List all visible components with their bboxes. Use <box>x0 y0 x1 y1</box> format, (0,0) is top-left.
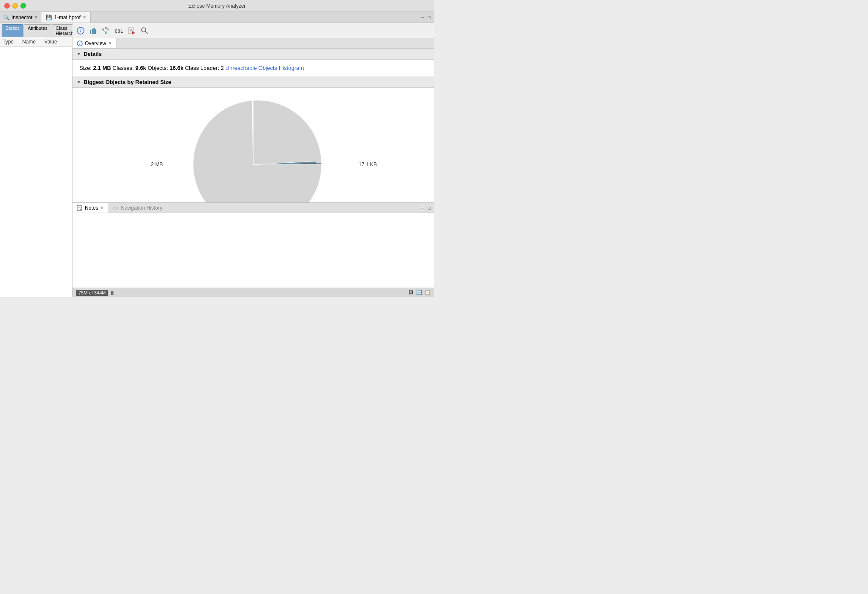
svg-text:i: i <box>79 41 81 46</box>
top-panel-controls: ─ □ <box>420 12 434 23</box>
inspector-body <box>0 47 72 297</box>
svg-rect-7 <box>105 27 107 29</box>
toolbar: i OQL <box>72 23 434 38</box>
details-section-label: Details <box>84 51 102 57</box>
bottom-tabs-row: Notes ✕ Navigation History ─ □ <box>72 203 434 213</box>
nav-history-tab[interactable]: Navigation History <box>108 203 167 213</box>
size-value: 2.1 MB <box>93 65 111 71</box>
minimize-btn[interactable]: ─ <box>420 14 425 20</box>
biggest-objects-header[interactable]: ▼ Biggest Objects by Retained Size <box>72 77 434 88</box>
oql-icon[interactable]: OQL <box>114 26 124 35</box>
classes-value: 9.6k <box>136 65 146 71</box>
col-type: Type <box>3 39 14 45</box>
left-panel: Statics Attributes Class Hierarchy ─ □ T… <box>0 23 72 297</box>
details-section-header[interactable]: ▼ Details <box>72 49 434 60</box>
status-memory: 75M of 344M <box>76 290 108 296</box>
bottom-minimize-btn[interactable]: ─ <box>420 205 425 211</box>
title-bar: Eclipse Memory Analyzer <box>0 0 434 12</box>
pie-label-right: 17.1 KB <box>359 161 377 167</box>
info-icon[interactable]: i <box>76 26 85 35</box>
find-icon[interactable] <box>140 26 149 35</box>
size-label: Size: <box>79 65 92 71</box>
unreachable-link[interactable]: Unreachable Objects Histogram <box>226 65 304 71</box>
garbage-icon[interactable]: 🗑 <box>110 290 115 295</box>
reports-icon[interactable] <box>127 26 136 35</box>
right-panel: i OQL <box>72 23 434 297</box>
app-container: 🔍 Inspector ✕ 💾 1-mat.hprof ✕ ─ □ Static… <box>0 12 434 297</box>
class-loader-value: 2 <box>221 65 224 71</box>
inspector-tab-close[interactable]: ✕ <box>34 15 38 20</box>
main-tabs: i Overview ✕ <box>72 38 434 49</box>
col-value: Value <box>44 39 57 45</box>
nav-history-icon <box>113 205 119 211</box>
inspector-tab-label: Inspector <box>12 14 32 20</box>
notes-tab-icon <box>77 205 83 211</box>
hprof-tab-icon: 💾 <box>46 14 52 20</box>
svg-text:OQL: OQL <box>115 29 123 34</box>
chart-section: 2 MB 17.1 KB Total: 2.1 <box>72 88 434 202</box>
bottom-panel-controls: ─ □ <box>420 203 434 213</box>
svg-line-9 <box>103 30 106 32</box>
inspector-panel-tab[interactable]: 🔍 Inspector ✕ <box>0 12 41 23</box>
overview-content: ▼ Details Size: 2.1 MB Classes: 9.6k Obj… <box>72 49 434 202</box>
status-icon-3[interactable]: 📋 <box>425 290 431 295</box>
tab-attributes[interactable]: Attributes <box>24 24 51 37</box>
status-icon-1[interactable]: 🖼 <box>409 290 414 295</box>
class-loader-label: Class Loader: <box>185 65 219 71</box>
notes-tab[interactable]: Notes ✕ <box>72 203 108 213</box>
bottom-panel: Notes ✕ Navigation History ─ □ <box>72 202 434 288</box>
status-icons: 🖼 🔄 📋 <box>409 290 431 295</box>
notes-tab-label: Notes <box>85 205 98 211</box>
biggest-objects-label: Biggest Objects by Retained Size <box>84 79 171 85</box>
maximize-dot[interactable] <box>20 3 26 9</box>
minimize-dot[interactable] <box>12 3 18 9</box>
window-title: Eclipse Memory Analyzer <box>188 3 246 9</box>
svg-point-18 <box>142 28 146 32</box>
hprof-tab-close[interactable]: ✕ <box>83 15 86 20</box>
objects-value: 16.6k <box>170 65 184 71</box>
inspector-columns: Type Name Value <box>0 37 72 47</box>
inspector-tab-icon: 🔍 <box>3 14 10 20</box>
close-dot[interactable] <box>4 3 10 9</box>
top-tab-row: 🔍 Inspector ✕ 💾 1-mat.hprof ✕ ─ □ <box>0 12 434 23</box>
svg-line-19 <box>145 32 148 34</box>
pie-chart-container: 2 MB 17.1 KB <box>168 96 339 202</box>
overview-tab-close[interactable]: ✕ <box>108 41 112 46</box>
svg-text:i: i <box>80 28 81 34</box>
histogram-icon[interactable] <box>89 26 98 35</box>
svg-rect-4 <box>93 28 95 34</box>
svg-rect-11 <box>105 32 107 34</box>
hprof-tab[interactable]: 💾 1-mat.hprof ✕ <box>41 12 90 23</box>
inspector-tabs: Statics Attributes Class Hierarchy ─ □ <box>0 23 72 37</box>
overview-tab-icon: i <box>77 40 83 46</box>
svg-rect-3 <box>92 29 93 34</box>
nav-history-label: Navigation History <box>121 205 162 211</box>
dominator-icon[interactable] <box>101 26 111 35</box>
svg-rect-2 <box>90 30 91 34</box>
details-row: Size: 2.1 MB Classes: 9.6k Objects: 16.6… <box>72 60 434 77</box>
biggest-toggle-icon[interactable]: ▼ <box>77 80 81 84</box>
overview-tab-label: Overview <box>85 40 106 46</box>
maximize-btn[interactable]: □ <box>427 14 431 20</box>
window-controls <box>4 3 26 9</box>
pie-label-left: 2 MB <box>151 161 163 167</box>
status-bar: 75M of 344M 🗑 🖼 🔄 📋 <box>72 288 434 297</box>
svg-rect-8 <box>107 29 109 30</box>
classes-label: Classes: <box>113 65 134 71</box>
col-name: Name <box>22 39 36 45</box>
tab-statics[interactable]: Statics <box>2 24 23 37</box>
svg-rect-5 <box>95 29 96 34</box>
details-toggle-icon[interactable]: ▼ <box>77 52 81 56</box>
objects-label: Objects: <box>148 65 168 71</box>
svg-line-10 <box>106 30 108 32</box>
content-area: Statics Attributes Class Hierarchy ─ □ T… <box>0 23 434 297</box>
hprof-tab-label: 1-mat.hprof <box>54 14 80 20</box>
status-icon-2[interactable]: 🔄 <box>416 290 422 295</box>
bottom-maximize-btn[interactable]: □ <box>427 205 431 211</box>
svg-rect-6 <box>102 29 104 30</box>
notes-tab-close[interactable]: ✕ <box>100 205 104 210</box>
overview-tab[interactable]: i Overview ✕ <box>72 38 116 48</box>
bottom-content <box>72 213 434 288</box>
pie-chart <box>185 96 321 202</box>
